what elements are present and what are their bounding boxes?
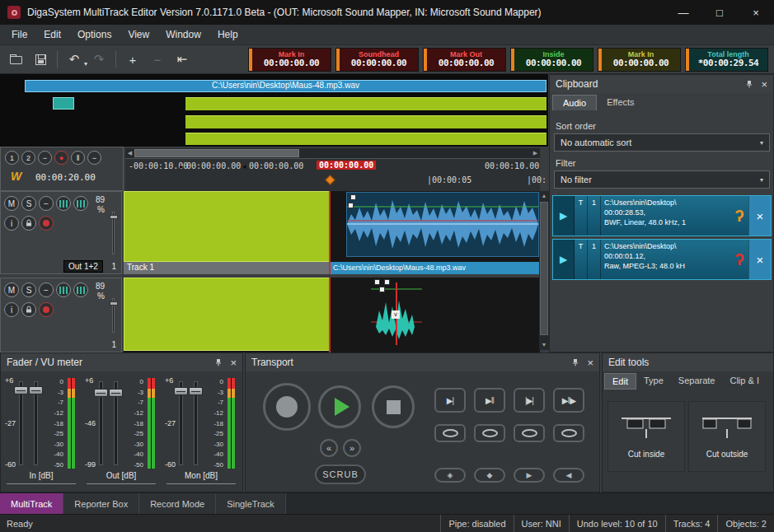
nudge-back-button[interactable]: « [320,439,338,457]
fader-slider-left[interactable] [179,381,183,465]
marker-button[interactable]: ◆ [474,468,505,483]
fader-knob[interactable] [189,387,203,395]
track1-lane[interactable]: Track 1 C:\Users\nin\Desktop\Maus-48.mp3… [124,191,540,274]
overview-selected-clip[interactable]: C:\Users\nin\Desktop\Maus-48.mp3.wav [25,80,546,92]
filter-select[interactable]: No filter ▾ [554,170,770,189]
clip-handle[interactable] [350,194,356,200]
layout-1-button[interactable]: 1 [5,151,19,165]
track1-audio-clip[interactable] [124,191,330,262]
cut-inside-button[interactable]: Cut inside [607,401,685,472]
tab-multitrack[interactable]: MultiTrack [0,493,63,514]
zoom-in-button[interactable]: + [122,49,143,70]
fader-knob[interactable] [110,301,118,306]
play-pause-button[interactable]: ▶‖ [474,388,505,413]
wave-tool-icon[interactable]: W [11,170,21,183]
clip-handle[interactable] [384,279,390,285]
menu-file[interactable]: File [3,26,35,43]
tab-separate[interactable]: Separate [671,373,723,390]
track1-volume-fader[interactable] [112,212,115,254]
redo-button[interactable]: ↷ [88,49,110,70]
project-overview[interactable]: C:\Users\nin\Desktop\Maus-48.mp3.wav [0,74,548,147]
pause-button[interactable]: ‖ [71,151,85,165]
clip-handle[interactable] [379,287,385,292]
record-button[interactable] [263,383,311,431]
tab-effects[interactable]: Effects [597,95,644,110]
marker-add-button[interactable]: ◈ [434,468,466,483]
fader-knob[interactable] [109,389,123,397]
track2-info-button[interactable]: i [4,302,19,317]
soundhead-marker-icon[interactable] [325,175,335,185]
fader-knob[interactable] [94,389,108,397]
track2-edit-object[interactable]: v [371,279,422,348]
clip-handle[interactable] [374,279,380,285]
scroll-right-icon[interactable]: ▶ [531,148,540,158]
pin-icon[interactable] [571,358,579,366]
fader-slider-right[interactable] [114,381,118,465]
minimize-tracks-button[interactable]: − [87,151,101,165]
clipboard-item-1[interactable]: ▶ T 1 C:\Users\nin\Desktop\ 00:00:28.53,… [552,195,772,236]
loop-button-3[interactable] [514,424,545,442]
close-icon[interactable]: × [587,357,593,368]
fader-knob[interactable] [29,386,43,394]
scrollbar-thumb[interactable] [540,202,548,335]
menu-view[interactable]: View [120,26,157,43]
nudge-forward-button[interactable]: » [343,439,361,457]
track2-meter-button[interactable] [56,282,71,297]
step-back-button[interactable]: ◀ [553,468,584,483]
play-through-button[interactable]: ▶‖▶ [553,388,584,413]
track2-mute-button[interactable]: M [4,282,19,297]
track1-output-label[interactable]: Out 1+2 [63,260,103,273]
play-from-markin-button[interactable]: ▶| [434,388,466,413]
clip-remove-button[interactable]: × [748,240,771,279]
overview-clip-segment[interactable] [53,97,74,110]
clip-remove-button[interactable]: × [748,196,771,236]
fader-slider-right[interactable] [34,381,38,465]
track1-info-button[interactable]: i [4,216,19,231]
tab-type[interactable]: Type [636,373,671,390]
horizontal-scrollbar[interactable]: ◀ ▶ [125,148,540,158]
object-marker[interactable]: v [392,310,400,319]
track1-mute-button[interactable]: M [4,196,19,211]
tab-record-mode[interactable]: Record Mode [139,493,216,514]
close-icon[interactable]: × [230,357,237,368]
menu-window[interactable]: Window [157,26,209,43]
overview-track-bar[interactable] [185,133,546,145]
clip-play-button[interactable]: ▶ [553,240,575,279]
track1-waveform-clip[interactable] [346,192,539,257]
track1-name-bar[interactable]: Track 1 [124,262,330,274]
play-selection-button[interactable]: |▶| [514,388,545,413]
sort-order-select[interactable]: No automatic sort ▾ [554,133,770,152]
scroll-up-icon[interactable]: ▲ [539,191,549,201]
track1-lock-button[interactable] [21,216,36,231]
track2-audio-clip[interactable] [124,278,330,351]
tab-audio[interactable]: Audio [552,95,597,110]
clipboard-item-2[interactable]: ▶ T 1 C:\Users\nin\Desktop\ 00:00:01.12,… [552,239,772,280]
track2-collapse-button[interactable]: − [39,282,54,297]
pin-icon[interactable] [214,358,223,366]
tab-edit[interactable]: Edit [604,373,636,390]
scroll-left-icon[interactable]: ◀ [125,148,134,158]
undo-button[interactable]: ↶▾ [63,49,85,70]
vertical-scrollbar[interactable]: ▲ ▼ [539,191,549,350]
scroll-down-icon[interactable]: ▼ [539,340,549,350]
fader-knob[interactable] [110,215,118,219]
track1-collapse-button[interactable]: − [39,196,54,211]
fader-knob[interactable] [14,386,28,394]
track2-meter2-button[interactable] [73,282,88,297]
time-ruler[interactable]: -00:00:10.00 ▸ 00:00:00.00 ◂ 00:00:00.00… [125,158,540,191]
track2-volume-fader[interactable] [112,298,115,333]
close-icon[interactable]: × [761,79,767,90]
loop-button-2[interactable] [474,424,505,442]
cut-outside-button[interactable]: Cut outside [688,401,766,472]
scrollbar-thumb[interactable] [134,149,299,157]
track2-lock-button[interactable] [21,302,36,317]
menu-help[interactable]: Help [209,26,246,43]
track1-solo-button[interactable]: S [21,196,36,211]
layout-2-button[interactable]: 2 [21,151,35,165]
open-button[interactable] [5,49,26,70]
tab-clip-insert[interactable]: Clip & I [722,373,766,390]
tab-reporter-box[interactable]: Reporter Box [63,493,139,514]
collapse-tracks-button[interactable]: − [38,151,52,165]
scrub-button[interactable]: SCRUB [315,464,366,484]
stop-button[interactable] [372,385,415,428]
